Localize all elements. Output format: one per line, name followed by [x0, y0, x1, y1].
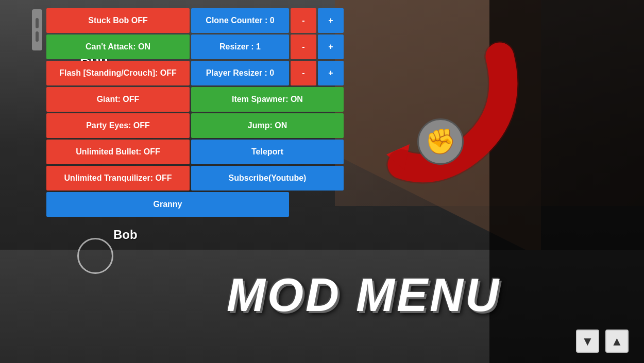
red-arrow-icon [371, 41, 526, 196]
scroll-up-button[interactable]: ▲ [605, 330, 629, 353]
flash-button[interactable]: Flash [Standing/Crouch]: OFF [46, 61, 190, 85]
mod-menu-title: MOD MENU [227, 269, 501, 322]
stuck-bob-button[interactable]: Stuck Bob OFF [46, 8, 190, 33]
subscribe-youtube-button[interactable]: Subscribe(Youtube) [191, 166, 344, 191]
granny-button[interactable]: Granny [46, 192, 289, 217]
bob-bottom-label: Bob [113, 228, 138, 242]
unlimited-bullet-button[interactable]: Unlimited Bullet: OFF [46, 140, 190, 164]
resizer-plus-button[interactable]: + [318, 34, 344, 59]
player-resizer-button[interactable]: Player Resizer : 0 [191, 61, 289, 85]
player-resizer-plus-button[interactable]: + [318, 61, 344, 85]
scroll-down-button[interactable]: ▼ [576, 330, 599, 353]
party-eyes-button[interactable]: Party Eyes: OFF [46, 113, 190, 138]
giant-button[interactable]: Giant: OFF [46, 87, 190, 112]
handle-notch [36, 31, 39, 42]
resizer-minus-button[interactable]: - [291, 34, 316, 59]
side-handle[interactable] [32, 9, 42, 50]
arrow-container [371, 41, 526, 196]
unlimited-tranquilizer-button[interactable]: Unlimited Tranquilizer: OFF [46, 166, 190, 191]
handle-notch [36, 18, 39, 28]
clone-counter-plus-button[interactable]: + [318, 8, 344, 33]
player-resizer-minus-button[interactable]: - [291, 61, 316, 85]
item-spawner-button[interactable]: Item Spawner: ON [191, 87, 344, 112]
cant-attack-button[interactable]: Can't Attack: ON [46, 34, 190, 59]
resizer-button[interactable]: Resizer : 1 [191, 34, 289, 59]
scroll-buttons: ▼ ▲ [576, 330, 629, 353]
jump-button[interactable]: Jump: ON [191, 113, 344, 138]
clone-counter-minus-button[interactable]: - [291, 8, 316, 33]
clone-counter-button[interactable]: Clone Counter : 0 [191, 8, 289, 33]
teleport-button[interactable]: Teleport [191, 140, 344, 164]
fist-icon: ✊ [417, 118, 464, 165]
mod-menu-panel: Stuck Bob OFF Clone Counter : 0 - + Can'… [46, 8, 344, 217]
circle-indicator [77, 238, 113, 274]
